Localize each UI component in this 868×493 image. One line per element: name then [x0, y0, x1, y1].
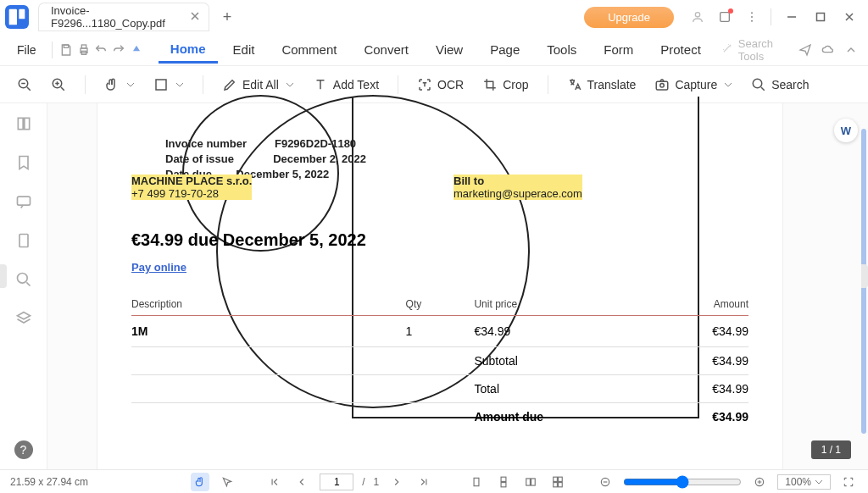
left-panel-toggle[interactable]: [0, 264, 7, 288]
hand-tool-dropdown[interactable]: [99, 74, 140, 96]
pay-online-link[interactable]: Pay online: [131, 261, 186, 274]
minimize-button[interactable]: [778, 5, 805, 29]
svg-rect-20: [17, 197, 30, 205]
svg-rect-18: [18, 118, 23, 129]
undo-icon[interactable]: [94, 39, 108, 61]
thumbnails-icon[interactable]: [14, 114, 34, 134]
next-page-icon[interactable]: [387, 473, 406, 491]
save-icon[interactable]: [58, 39, 73, 61]
svg-rect-26: [526, 478, 531, 485]
menu-view[interactable]: View: [424, 37, 475, 62]
svg-rect-1: [19, 9, 25, 19]
single-page-view-icon[interactable]: [467, 473, 486, 491]
translate-button[interactable]: Translate: [562, 74, 642, 96]
prev-page-icon[interactable]: [292, 473, 311, 491]
file-menu[interactable]: File: [8, 40, 45, 60]
two-page-view-icon[interactable]: [521, 473, 540, 491]
bookmark-icon[interactable]: [14, 152, 34, 173]
quick-action-dropdown-icon[interactable]: [130, 39, 144, 61]
notification-icon[interactable]: [715, 7, 735, 27]
help-icon[interactable]: ?: [14, 440, 33, 459]
zoom-in-footer-icon[interactable]: [750, 473, 769, 491]
kebab-menu-icon[interactable]: [742, 7, 762, 27]
table-row: 1M 1 €34.99 €34.99: [131, 316, 748, 346]
print-icon[interactable]: [76, 39, 91, 61]
capture-button[interactable]: Capture: [649, 74, 737, 96]
subtotal-label: Subtotal: [474, 354, 611, 368]
upgrade-button[interactable]: Upgrade: [584, 7, 674, 28]
zoom-level-dropdown[interactable]: 100%: [777, 474, 831, 490]
menu-tools[interactable]: Tools: [535, 37, 588, 62]
ocr-button[interactable]: OCR: [412, 74, 469, 96]
invoice-number-value: F9296D2D-1180: [275, 137, 356, 152]
menu-comment[interactable]: Comment: [270, 37, 348, 62]
svg-rect-24: [501, 477, 506, 481]
from-name: MACHINE PLACE s.r.o.: [131, 174, 252, 187]
ocr-label: OCR: [437, 78, 464, 91]
hand-mode-icon[interactable]: [191, 473, 209, 491]
first-page-icon[interactable]: [265, 473, 284, 491]
two-continuous-view-icon[interactable]: [548, 473, 567, 491]
maximize-button[interactable]: [807, 5, 834, 29]
send-icon[interactable]: [796, 39, 814, 61]
layers-icon[interactable]: [14, 308, 34, 329]
menu-protect[interactable]: Protect: [648, 37, 713, 62]
search-tools-input[interactable]: Search Tools: [716, 36, 791, 64]
redo-icon[interactable]: [112, 39, 126, 61]
menu-form[interactable]: Form: [592, 37, 645, 62]
svg-rect-19: [24, 118, 29, 129]
user-icon[interactable]: [687, 7, 708, 27]
svg-rect-31: [559, 482, 563, 486]
zoom-slider[interactable]: [623, 475, 742, 489]
page-total: 1: [374, 476, 380, 488]
svg-rect-14: [156, 80, 166, 90]
zoom-out-footer-icon[interactable]: [596, 473, 615, 491]
svg-point-5: [751, 16, 753, 18]
add-text-label: Add Text: [333, 78, 379, 91]
comments-icon[interactable]: [14, 191, 34, 212]
search-label: Search: [771, 78, 809, 91]
document-tab[interactable]: Invoice-F9296...1180_Copy.pdf: [39, 3, 209, 30]
crop-button[interactable]: Crop: [477, 74, 533, 96]
pdf-page: Invoice number F9296D2D-1180 Date of iss…: [97, 103, 783, 469]
from-phone: +7 499 719-70-28: [131, 187, 252, 200]
svg-point-17: [753, 79, 762, 88]
zoom-in-button[interactable]: [46, 74, 71, 96]
cloud-icon[interactable]: [819, 39, 837, 61]
zoom-out-button[interactable]: [12, 74, 37, 96]
chevron-up-icon[interactable]: [842, 39, 860, 61]
select-mode-icon[interactable]: [218, 473, 236, 491]
page-dimensions: 21.59 x 27.94 cm: [10, 476, 88, 488]
svg-rect-0: [9, 9, 17, 25]
svg-point-16: [660, 83, 665, 87]
menu-convert[interactable]: Convert: [352, 37, 420, 62]
menu-edit[interactable]: Edit: [221, 37, 267, 62]
td-description: 1M: [131, 324, 406, 338]
search-button[interactable]: Search: [746, 74, 814, 96]
svg-rect-28: [554, 477, 558, 481]
attachment-icon[interactable]: [14, 230, 34, 251]
continuous-view-icon[interactable]: [494, 473, 513, 491]
fit-page-icon[interactable]: [839, 473, 858, 491]
find-icon[interactable]: [14, 269, 34, 290]
new-tab-button[interactable]: +: [215, 5, 239, 29]
right-panel-toggle[interactable]: [861, 264, 868, 288]
subtotal-value: €34.99: [611, 354, 748, 368]
left-sidebar: ?: [0, 103, 47, 469]
close-tab-icon[interactable]: [190, 11, 200, 21]
menu-page[interactable]: Page: [478, 37, 531, 62]
svg-rect-15: [657, 81, 669, 90]
export-word-icon[interactable]: W: [834, 119, 858, 142]
shape-tool-dropdown[interactable]: [148, 74, 189, 96]
menu-home[interactable]: Home: [159, 36, 218, 64]
crop-label: Crop: [503, 78, 528, 91]
amount-due-label: Amount due: [474, 410, 611, 424]
close-button[interactable]: [836, 5, 863, 29]
edit-all-button[interactable]: Edit All: [217, 74, 299, 96]
page-number-input[interactable]: [320, 474, 353, 490]
last-page-icon[interactable]: [415, 473, 433, 491]
total-value: €34.99: [611, 382, 748, 396]
svg-point-22: [17, 274, 27, 284]
add-text-button[interactable]: Add Text: [308, 74, 384, 96]
document-viewer: Invoice number F9296D2D-1180 Date of iss…: [47, 103, 868, 469]
